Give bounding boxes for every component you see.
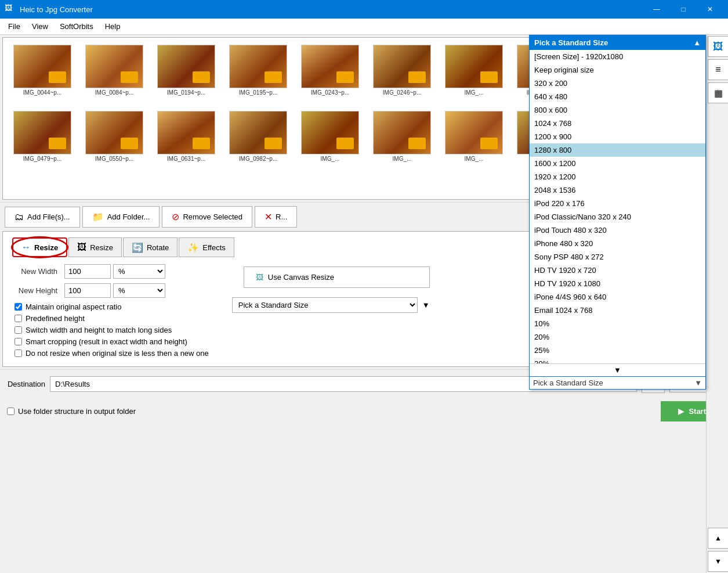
right-view-btn-3[interactable]: ▦ (708, 82, 728, 103)
width-input[interactable] (64, 264, 111, 279)
switch-checkbox[interactable] (15, 326, 22, 334)
dropdown-item[interactable]: Keep original size (530, 63, 705, 77)
right-view-btn-2[interactable]: ≡ (708, 59, 728, 80)
minimize-button[interactable]: — (643, 0, 670, 19)
add-files-button[interactable]: 🗂 Add File(s)... (5, 207, 80, 228)
list-item[interactable]: IMG_0550~p... (79, 109, 149, 172)
noresize-label: Do not resize when original size is less… (26, 349, 209, 358)
file-label: IMG_0982~p... (239, 156, 277, 162)
menu-file[interactable]: File (2, 20, 26, 33)
thumbnail (13, 111, 71, 154)
dropdown-item[interactable]: 800 x 600 (530, 103, 705, 117)
dropdown-item[interactable]: Email 1024 x 768 (530, 304, 705, 317)
aspect-label: Maintain original aspect ratio (26, 302, 121, 311)
right-view-btn-1[interactable]: 🖼 (708, 36, 728, 57)
dropdown-item[interactable]: HD TV 1920 x 720 (530, 264, 705, 277)
dropdown-item-selected[interactable]: 1280 x 800 (530, 143, 705, 157)
width-row: New Width % px cm (12, 264, 209, 279)
dropdown-scroll-up[interactable]: ▲ (693, 38, 701, 47)
predefined-checkbox[interactable] (15, 315, 22, 322)
dropdown-item[interactable]: 1200 x 900 (530, 130, 705, 143)
dropdown-item[interactable]: HD TV 1920 x 1080 (530, 277, 705, 290)
menu-softorbits[interactable]: SoftOrbits (54, 20, 99, 33)
list-item[interactable]: IMG_... (439, 109, 509, 172)
list-item[interactable]: IMG_0479~p... (8, 109, 77, 172)
aspect-checkbox[interactable] (15, 303, 22, 311)
dropdown-item[interactable]: iPone 4/4S 960 x 640 (530, 290, 705, 304)
scroll-up-btn[interactable]: ▲ (708, 528, 728, 549)
standard-size-dropdown: Pick a Standard Size ▲ [Screen Size] - 1… (529, 35, 706, 390)
dropdown-item[interactable]: 20% (530, 330, 705, 344)
list-item[interactable]: IMG_0982~p... (223, 109, 293, 172)
menu-help[interactable]: Help (99, 20, 126, 33)
thumbnail (13, 45, 71, 88)
maximize-button[interactable]: □ (670, 0, 697, 19)
dropdown-item[interactable]: Sony PSP 480 x 272 (530, 250, 705, 264)
file-label: IMG_0479~p... (23, 156, 61, 162)
canvas-resize-button[interactable]: 🖼 Use Canvas Resize (244, 266, 430, 288)
close-button[interactable]: ✕ (697, 0, 723, 19)
thumbnail (157, 111, 215, 154)
checkbox-aspect: Maintain original aspect ratio (12, 302, 209, 311)
dropdown-scroll-down[interactable]: ▼ (530, 363, 705, 376)
noresize-checkbox[interactable] (15, 349, 22, 357)
thumbnail (445, 111, 503, 154)
tab-resize[interactable]: ↔ Resize (12, 237, 67, 257)
list-item[interactable]: IMG_0194~p... (151, 42, 221, 106)
dropdown-item[interactable]: 10% (530, 317, 705, 330)
list-item[interactable]: IMG_... (295, 109, 365, 172)
rotate-icon: 🔄 (132, 242, 143, 253)
width-unit-select[interactable]: % px cm (113, 264, 165, 279)
list-item[interactable]: IMG_0631~p... (151, 109, 221, 172)
list-item[interactable]: IMG_... (367, 109, 437, 172)
add-folder-button[interactable]: 📁 Add Folder... (82, 206, 160, 228)
resize-icon: ↔ (21, 242, 31, 253)
app-title: Heic to Jpg Converter (20, 5, 643, 14)
dropdown-list: [Screen Size] - 1920x1080 Keep original … (530, 50, 705, 363)
remove-selected-button[interactable]: ⊘ Remove Selected (162, 206, 252, 228)
smart-label: Smart cropping (result in exact width an… (26, 337, 187, 346)
dropdown-item[interactable]: 30% (530, 357, 705, 363)
tab-resize2[interactable]: 🖼 Resize (68, 237, 122, 257)
dropdown-item[interactable]: [Screen Size] - 1920x1080 (530, 50, 705, 63)
list-item[interactable]: IMG_0084~p... (79, 42, 149, 106)
main-window: IMG_0044~p... IMG_0084~p... IMG_0194~p..… (0, 35, 728, 573)
thumbnail (157, 45, 215, 88)
list-item[interactable]: IMG_... (439, 42, 509, 106)
file-label: IMG_0550~p... (95, 156, 133, 162)
dropdown-item[interactable]: iPod 220 x 176 (530, 197, 705, 210)
dropdown-item[interactable]: 1024 x 768 (530, 117, 705, 130)
dropdown-footer: Pick a Standard Size ▼ (530, 376, 705, 389)
scroll-down-btn[interactable]: ▼ (708, 551, 728, 572)
file-label: IMG_... (393, 156, 412, 162)
list-item[interactable]: IMG_0044~p... (8, 42, 77, 106)
dropdown-item[interactable]: 25% (530, 344, 705, 357)
file-label: IMG_0194~p... (167, 89, 205, 96)
menu-view[interactable]: View (26, 20, 54, 33)
thumbnail (445, 45, 503, 88)
file-label: IMG_0195~p... (239, 89, 277, 96)
dropdown-item[interactable]: iPod Touch 480 x 320 (530, 224, 705, 237)
list-item[interactable]: IMG_0246~p... (367, 42, 437, 106)
height-row: New Height % px cm (12, 283, 209, 298)
dropdown-item[interactable]: 1600 x 1200 (530, 157, 705, 170)
remove-all-button[interactable]: ✕ R... (255, 206, 297, 228)
dropdown-footer-chevron[interactable]: ▼ (694, 379, 702, 387)
std-size-select[interactable]: Pick a Standard Size [Screen Size] - 192… (232, 297, 418, 313)
dropdown-item[interactable]: 2048 x 1536 (530, 183, 705, 197)
list-item[interactable]: IMG_0243~p... (295, 42, 365, 106)
height-unit-select[interactable]: % px cm (113, 283, 165, 298)
tab-rotate[interactable]: 🔄 Rotate (123, 237, 178, 257)
dropdown-item[interactable]: iPod Classic/Nano 320 x 240 (530, 210, 705, 224)
file-label: IMG_... (465, 156, 484, 162)
smart-checkbox[interactable] (15, 338, 22, 345)
dropdown-item[interactable]: 1920 x 1200 (530, 170, 705, 183)
list-item[interactable]: IMG_0195~p... (223, 42, 293, 106)
dropdown-item[interactable]: 640 x 480 (530, 90, 705, 103)
dropdown-item[interactable]: iPhone 480 x 320 (530, 237, 705, 250)
tab-effects[interactable]: ✨ Effects (179, 237, 234, 257)
dropdown-item[interactable]: 320 x 200 (530, 77, 705, 90)
folder-structure-checkbox[interactable] (7, 408, 15, 415)
thumbnail (301, 45, 359, 88)
height-input[interactable] (64, 283, 111, 298)
